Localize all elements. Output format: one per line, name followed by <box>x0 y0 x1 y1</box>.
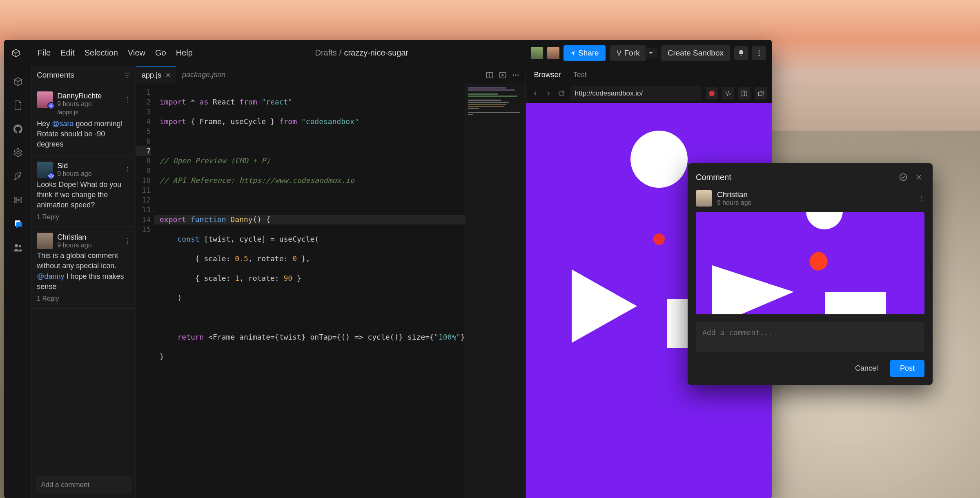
preview-tab-test[interactable]: Test <box>573 71 587 79</box>
modal-menu-icon[interactable]: ⋮ <box>918 195 924 202</box>
comment-body: Looks Dope! What do you think if we chan… <box>37 180 131 211</box>
comment-menu-icon[interactable]: ⋮ <box>124 166 131 173</box>
comment-modal: Comment Christian 9 hours ago ⋮ Cancel P… <box>688 163 933 385</box>
editor-more-icon[interactable] <box>509 69 522 82</box>
collaborator-avatar-2[interactable] <box>547 47 559 59</box>
breadcrumb: Drafts / crazzy-nice-sugar <box>193 48 531 58</box>
share-button[interactable]: Share <box>564 45 606 61</box>
comment-menu-icon[interactable]: ⋮ <box>124 96 131 104</box>
svg-point-0 <box>617 51 618 51</box>
rail-server-icon[interactable] <box>12 194 24 206</box>
reply-count[interactable]: 1 Reply <box>37 295 131 302</box>
layout-icon[interactable] <box>738 87 751 100</box>
avatar-badge-icon: ✦ <box>47 102 55 109</box>
close-icon[interactable] <box>913 171 924 183</box>
svg-point-4 <box>759 52 760 53</box>
comment-card[interactable]: Christian 9 hours ago ⋮ This is a global… <box>32 227 136 309</box>
comment-author: Christian <box>57 233 92 242</box>
open-preview-icon[interactable] <box>496 69 509 82</box>
tab-package-json[interactable]: package.json <box>176 66 231 84</box>
comments-filter-icon[interactable] <box>123 71 131 79</box>
menu-edit[interactable]: Edit <box>60 48 74 58</box>
fork-button[interactable]: Fork <box>610 45 646 61</box>
add-comment-input[interactable]: Add a comment <box>36 476 131 494</box>
record-icon[interactable] <box>706 87 718 100</box>
modal-author: Christian <box>717 190 752 199</box>
resolve-icon[interactable] <box>898 171 909 183</box>
more-menu-icon[interactable] <box>752 46 766 60</box>
svg-point-2 <box>619 54 619 55</box>
create-sandbox-button[interactable]: Create Sandbox <box>661 45 730 61</box>
menu-view[interactable]: View <box>128 48 145 58</box>
comment-card[interactable]: ✦ DannyRuchte 9 hours ago ⋮ /apps.js Hey… <box>32 86 136 156</box>
shape-drop <box>806 249 831 273</box>
url-input[interactable] <box>570 86 702 101</box>
cancel-button[interactable]: Cancel <box>849 360 884 377</box>
split-editor-icon[interactable] <box>483 69 496 82</box>
comment-author: Sid <box>57 162 92 170</box>
svg-point-11 <box>16 202 16 202</box>
comment-body: Hey @sara good morning! Rotate should be… <box>37 119 131 150</box>
comment-body: This is a global comment without any spe… <box>37 251 131 292</box>
svg-point-17 <box>515 74 516 76</box>
fork-dropdown-caret[interactable] <box>645 48 657 58</box>
breadcrumb-sep: / <box>339 48 342 58</box>
avatar: ✦ <box>37 91 53 108</box>
new-window-icon[interactable] <box>755 87 767 100</box>
comment-author: DannyRuchte <box>57 92 102 100</box>
code-editor[interactable]: import * as React from "react" import { … <box>154 84 465 498</box>
svg-point-18 <box>517 74 519 76</box>
modal-comment-input[interactable] <box>696 322 924 352</box>
nav-forward-icon[interactable] <box>544 89 553 98</box>
modal-time: 9 hours ago <box>717 199 752 207</box>
reply-count[interactable]: 1 Reply <box>37 213 131 221</box>
comment-time: 9 hours ago <box>57 242 92 249</box>
svg-point-13 <box>19 245 21 247</box>
rail-file-icon[interactable] <box>12 100 24 111</box>
minimap[interactable] <box>465 84 526 498</box>
collaborator-avatar-1[interactable] <box>531 47 543 59</box>
avatar: </> <box>37 162 53 178</box>
comment-path: /apps.js <box>57 109 131 116</box>
svg-point-21 <box>900 174 907 181</box>
app-logo-icon[interactable] <box>10 47 22 59</box>
app-window: File Edit Selection View Go Help Drafts … <box>4 40 772 498</box>
rail-live-icon[interactable] <box>12 242 24 253</box>
nav-refresh-icon[interactable] <box>557 89 566 98</box>
menu-go[interactable]: Go <box>155 48 166 58</box>
rail-settings-icon[interactable] <box>12 147 24 158</box>
post-button[interactable]: Post <box>890 360 924 377</box>
close-icon[interactable]: ✕ <box>165 71 171 79</box>
comment-time: 9 hours ago <box>57 100 102 108</box>
comment-menu-icon[interactable]: ⋮ <box>124 237 131 245</box>
avatar <box>37 233 53 249</box>
menu-file[interactable]: File <box>38 48 51 58</box>
svg-point-6 <box>17 151 19 154</box>
nav-back-icon[interactable] <box>531 89 540 98</box>
shape-triangle <box>712 265 794 314</box>
rail-comments-icon[interactable] <box>12 218 24 229</box>
shape-rectangle <box>825 292 886 314</box>
menu-selection[interactable]: Selection <box>85 48 118 58</box>
svg-point-10 <box>16 198 16 199</box>
notifications-icon[interactable] <box>734 46 748 60</box>
mention[interactable]: @sara <box>52 120 74 128</box>
responsive-icon[interactable] <box>722 87 734 100</box>
rail-sandbox-icon[interactable] <box>12 76 24 87</box>
menu-help[interactable]: Help <box>176 48 193 58</box>
mention[interactable]: @danny <box>37 272 64 280</box>
rail-deploy-icon[interactable] <box>12 171 24 182</box>
share-label: Share <box>578 49 599 58</box>
preview-tab-browser[interactable]: Browser <box>534 71 561 79</box>
modal-title: Comment <box>696 173 893 182</box>
breadcrumb-prefix[interactable]: Drafts <box>315 48 337 58</box>
shape-dot <box>653 233 665 245</box>
rail-github-icon[interactable] <box>12 123 24 135</box>
svg-point-1 <box>620 51 621 51</box>
shape-circle <box>630 131 688 188</box>
breadcrumb-current[interactable]: crazzy-nice-sugar <box>344 48 408 58</box>
svg-point-3 <box>759 50 760 51</box>
tab-app-js[interactable]: app.js ✕ <box>136 66 176 84</box>
line-gutter: 123 456 789 101112 131415 <box>136 84 154 498</box>
comment-card[interactable]: </> Sid 9 hours ago ⋮ Looks Dope! What d… <box>32 156 136 227</box>
